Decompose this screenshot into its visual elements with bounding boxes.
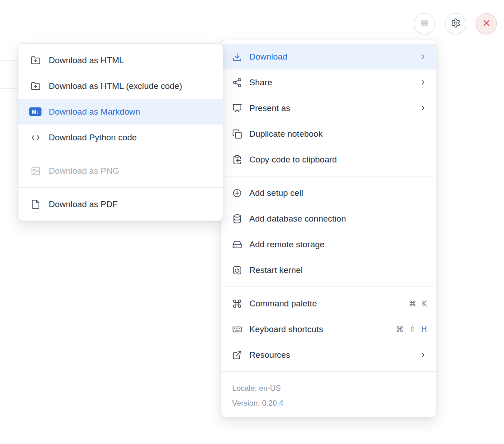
duplicate-icon [232,129,242,139]
menu-item-label: Download as PNG [49,166,214,176]
clipboard-copy-icon [232,155,242,165]
menu-item-label: Add database connection [249,214,427,224]
menu-separator [18,154,223,154]
command-icon [232,299,242,309]
database-icon [232,214,242,224]
submenu-item-download-html-exclude-code[interactable]: Download as HTML (exclude code) [18,73,223,99]
menu-item-label: Download as Markdown [49,107,214,117]
submenu-item-download-png[interactable]: Download as PNG [18,158,223,184]
close-button[interactable] [476,13,497,34]
menu-item-label: Keyboard shortcuts [249,324,389,334]
external-link-icon [232,350,242,360]
background-divider [0,60,18,61]
notebook-menu: Download Share Present as Duplicate note… [221,40,436,417]
plus-circle-icon [232,188,242,198]
menu-separator [18,187,223,188]
menu-item-label: Add remote storage [249,240,427,250]
menu-button[interactable] [414,13,435,34]
menu-item-duplicate-notebook[interactable]: Duplicate notebook [221,121,436,147]
menu-item-label: Restart kernel [249,265,427,275]
code-icon [29,133,41,143]
submenu-item-download-pdf[interactable]: Download as PDF [18,191,223,217]
menu-item-present-as[interactable]: Present as [221,95,436,121]
background-divider [0,88,18,89]
menu-item-label: Resources [249,350,412,360]
submenu-item-download-markdown[interactable]: M↓ Download as Markdown [18,99,223,125]
settings-button[interactable] [445,13,466,34]
menu-item-label: Present as [249,103,412,113]
chevron-right-icon [419,79,427,86]
menu-item-add-setup-cell[interactable]: Add setup cell [221,180,436,206]
chevron-right-icon [419,53,427,60]
close-icon [481,18,491,30]
menu-item-label: Download Python code [49,133,214,143]
share-icon [232,78,242,88]
submenu-item-download-html[interactable]: Download as HTML [18,47,223,73]
gear-icon [451,18,461,30]
locale-text: Locale: en-US [232,381,425,396]
download-submenu: Download as HTML Download as HTML (exclu… [18,43,223,221]
menu-item-label: Download as PDF [49,199,214,209]
menu-separator [221,176,436,176]
menu-item-resources[interactable]: Resources [221,342,436,368]
version-text: Version: 0.20.4 [232,396,425,411]
markdown-badge-icon: M↓ [29,107,41,116]
menu-item-label: Download [249,52,412,62]
shortcut-hint: ⌘ K [408,299,427,308]
menu-item-command-palette[interactable]: Command palette ⌘ K [221,291,436,316]
menu-item-label: Share [249,78,412,88]
menu-item-label: Command palette [249,299,401,309]
menu-item-add-remote-storage[interactable]: Add remote storage [221,231,436,257]
menu-item-label: Download as HTML (exclude code) [49,81,214,91]
menu-item-restart-kernel[interactable]: Restart kernel [221,257,436,283]
menu-item-label: Download as HTML [49,56,214,65]
folder-download-icon [29,56,41,65]
menu-separator [221,287,436,287]
keyboard-icon [232,324,242,334]
file-icon [29,199,41,209]
menu-item-label: Add setup cell [249,188,427,198]
shortcut-hint: ⌘ ⇧ H [396,325,427,334]
menu-item-share[interactable]: Share [221,69,436,95]
submenu-item-download-python-code[interactable]: Download Python code [18,125,223,150]
menu-item-keyboard-shortcuts[interactable]: Keyboard shortcuts ⌘ ⇧ H [221,316,436,342]
menu-item-label: Copy code to clipboard [249,155,427,165]
image-icon [29,166,41,176]
chevron-right-icon [419,104,427,112]
menu-item-copy-code[interactable]: Copy code to clipboard [221,147,436,172]
download-icon [232,52,242,62]
menu-separator [221,371,436,372]
hamburger-icon [420,18,430,30]
folder-download-icon [29,81,41,91]
menu-item-add-database-connection[interactable]: Add database connection [221,206,436,231]
menu-footer: Locale: en-US Version: 0.20.4 [221,375,436,413]
menu-item-download[interactable]: Download [221,44,436,69]
menu-item-label: Duplicate notebook [249,129,427,139]
power-icon [232,265,242,275]
presentation-icon [232,103,242,113]
hard-drive-icon [232,240,242,250]
chevron-right-icon [419,351,427,359]
